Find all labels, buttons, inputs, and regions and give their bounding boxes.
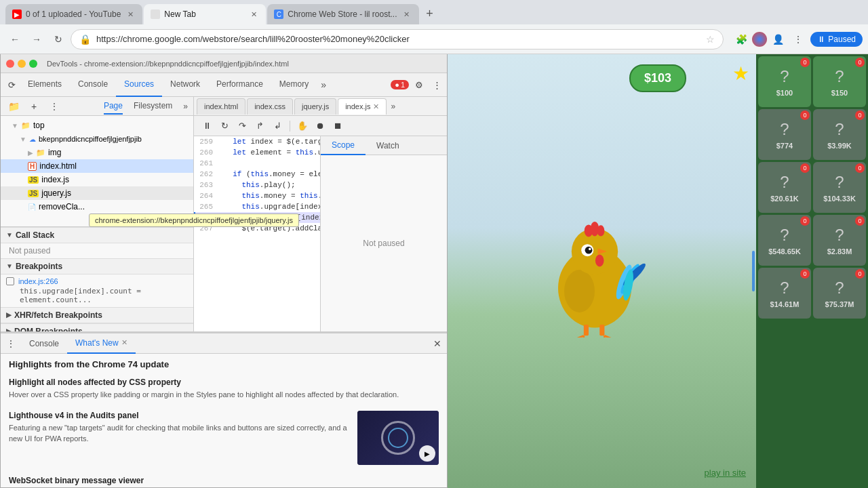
- toolbar-icons: 🧩 👤 ⋮: [732, 30, 808, 49]
- subtab-page[interactable]: Page: [104, 98, 123, 115]
- money-button[interactable]: $103: [629, 64, 686, 92]
- more-tabs-icon[interactable]: »: [317, 79, 330, 90]
- file-tab-jqueryjs[interactable]: jquery.js: [294, 98, 336, 115]
- tab-chrome-store-close[interactable]: ✕: [401, 9, 412, 20]
- file-tree-img[interactable]: ▶ 📁 img: [1, 146, 193, 159]
- tab-chrome-store-title: Chrome Web Store - lil roost...: [288, 9, 397, 19]
- step-into-button[interactable]: ↷: [235, 119, 250, 134]
- upgrade-icon-9: ?: [835, 279, 844, 298]
- pause-on-exceptions-button[interactable]: ⏺: [313, 119, 328, 134]
- file-tree-removecla[interactable]: 📄 removeCla...: [1, 200, 193, 214]
- new-tab-button[interactable]: +: [420, 4, 439, 23]
- maximize-window-button[interactable]: [29, 60, 37, 68]
- file-tab-indexjs-close[interactable]: ✕: [373, 102, 379, 111]
- navigator-icon[interactable]: 📁: [6, 99, 21, 114]
- feature-desc-0: Hover over a CSS property like padding o…: [9, 390, 439, 400]
- pause-resume-button[interactable]: ⏸: [199, 119, 214, 134]
- upgrade-card-0[interactable]: 0 ? $100: [758, 56, 811, 107]
- reload-button[interactable]: ↻: [49, 30, 68, 49]
- breakpoint-checkbox[interactable]: [6, 277, 14, 285]
- whatsnew-tab-close[interactable]: ✕: [121, 338, 127, 347]
- file-tree-indexhtml[interactable]: H index.html: [1, 159, 193, 173]
- step-out-button[interactable]: ↱: [252, 119, 267, 134]
- forward-button[interactable]: →: [27, 30, 46, 49]
- subtab-filesystem[interactable]: Filesystem: [134, 98, 172, 115]
- call-stack-header[interactable]: ▼ Call Stack: [1, 227, 193, 243]
- upgrade-price-6: $548.65K: [768, 247, 801, 256]
- file-tree-top[interactable]: ▼ 📁 top: [1, 119, 193, 132]
- breakpoint-file[interactable]: index.js:266: [18, 277, 58, 285]
- tab-console[interactable]: Console: [70, 73, 116, 97]
- file-tab-indexjs[interactable]: index.js ✕: [338, 98, 387, 115]
- upgrade-card-8[interactable]: 0 ? $14.61M: [758, 268, 811, 319]
- upgrade-card-4[interactable]: 0 ? $20.61K: [758, 162, 811, 213]
- feature-title-0: Highlight all nodes affected by CSS prop…: [9, 378, 439, 387]
- devtools-settings-icon[interactable]: ⚙: [412, 77, 427, 92]
- file-tree-jqueryjs[interactable]: JS jquery.js: [1, 186, 193, 200]
- file-tabs-more[interactable]: »: [388, 102, 398, 111]
- back-button[interactable]: ←: [5, 30, 24, 49]
- watch-tab[interactable]: Watch: [366, 136, 410, 155]
- new-file-icon[interactable]: +: [26, 99, 41, 114]
- code-view[interactable]: 259 let index = $(e.target).attr('data-i…: [194, 136, 320, 331]
- tab-elements[interactable]: Elements: [20, 73, 70, 97]
- subtabs-more[interactable]: »: [183, 102, 188, 111]
- svg-point-14: [595, 255, 604, 267]
- tab-youtube-close[interactable]: ✕: [125, 9, 136, 20]
- step-over-button[interactable]: ↻: [217, 119, 232, 134]
- paused-badge[interactable]: ⏸ Paused: [810, 32, 863, 47]
- xhr-header[interactable]: ▶ XHR/fetch Breakpoints: [1, 307, 193, 323]
- file-tree-indexjs[interactable]: JS index.js: [1, 173, 193, 186]
- nav-bar: ← → ↻ 🔒 https://chrome.google.com/websto…: [0, 24, 868, 54]
- upgrade-card-5[interactable]: 0 ? $104.33K: [813, 162, 866, 213]
- tab-performance[interactable]: Performance: [208, 73, 271, 97]
- devtools-more-icon[interactable]: ⋮: [429, 77, 444, 92]
- refresh-icon[interactable]: ⋮: [47, 99, 62, 114]
- svg-point-1: [564, 270, 595, 312]
- tab-chrome-store[interactable]: C Chrome Web Store - lil roost... ✕: [267, 4, 418, 24]
- console-tab-whatsnew[interactable]: What's New ✕: [67, 333, 136, 354]
- dom-header[interactable]: ▶ DOM Breakpoints: [1, 323, 193, 332]
- console-close-button[interactable]: ✕: [433, 338, 441, 349]
- scope-tab[interactable]: Scope: [321, 136, 366, 155]
- upgrade-card-7[interactable]: 0 ? $2.83M: [813, 215, 866, 266]
- upgrade-card-9[interactable]: 0 ? $75.37M: [813, 268, 866, 319]
- extensions-icon[interactable]: 🧩: [732, 30, 751, 49]
- breakpoints-header[interactable]: ▼ Breakpoints: [1, 258, 193, 274]
- tab-sources[interactable]: Sources: [116, 73, 162, 97]
- profile-icon[interactable]: 👤: [768, 30, 787, 49]
- chicken-container[interactable]: [534, 202, 656, 340]
- feature-item-2: WebSocket binary message viewer: [9, 476, 439, 487]
- tab-newtab-close[interactable]: ✕: [248, 9, 259, 20]
- blackbox-button[interactable]: ⏹: [330, 119, 345, 134]
- folder-top-label: top: [33, 121, 45, 130]
- play-in-site-link[interactable]: play in site: [705, 468, 746, 478]
- upgrade-card-2[interactable]: 0 ? $774: [758, 109, 811, 160]
- tab-newtab[interactable]: New Tab ✕: [144, 4, 266, 24]
- file-tab-indexcss[interactable]: index.css: [247, 98, 293, 115]
- devtools-menu-icon[interactable]: ⟳: [3, 77, 20, 92]
- upgrade-card-6[interactable]: 0 ? $548.65K: [758, 215, 811, 266]
- star-bookmark-icon[interactable]: ☆: [706, 34, 715, 45]
- activate-breakpoints-button[interactable]: ✋: [295, 119, 310, 134]
- upgrade-card-3[interactable]: 0 ? $3.99K: [813, 109, 866, 160]
- settings-icon[interactable]: ⋮: [789, 30, 808, 49]
- img-folder-label: img: [48, 148, 61, 157]
- upgrade-icon-8: ?: [780, 279, 789, 298]
- tab-memory[interactable]: Memory: [271, 73, 317, 97]
- address-bar[interactable]: 🔒 https://chrome.google.com/webstore/sea…: [71, 29, 724, 49]
- close-window-button[interactable]: [6, 60, 14, 68]
- file-tab-indexhtml[interactable]: index.html: [197, 98, 245, 115]
- breakpoint-code: this.upgrade[index].count = element.coun…: [20, 287, 188, 304]
- step-button[interactable]: ↲: [270, 119, 285, 134]
- devtools-panel: DevTools - chrome-extension://bkepnpnddi…: [0, 54, 448, 488]
- tab-youtube[interactable]: ▶ 0 of 1 uploaded - YouTube ✕: [5, 4, 142, 24]
- upgrade-card-1[interactable]: 0 ? $150: [813, 56, 866, 107]
- file-tree-extension[interactable]: ▼ ☁ bkepnpnddicncpiffoefjlgjenfjpjib: [1, 132, 193, 146]
- console-tab-console[interactable]: Console: [21, 333, 67, 354]
- star-icon[interactable]: ★: [732, 62, 749, 85]
- chrome-icon1[interactable]: [752, 32, 767, 47]
- tab-network[interactable]: Network: [162, 73, 208, 97]
- console-menu-icon[interactable]: ⋮: [6, 338, 16, 349]
- minimize-window-button[interactable]: [18, 60, 26, 68]
